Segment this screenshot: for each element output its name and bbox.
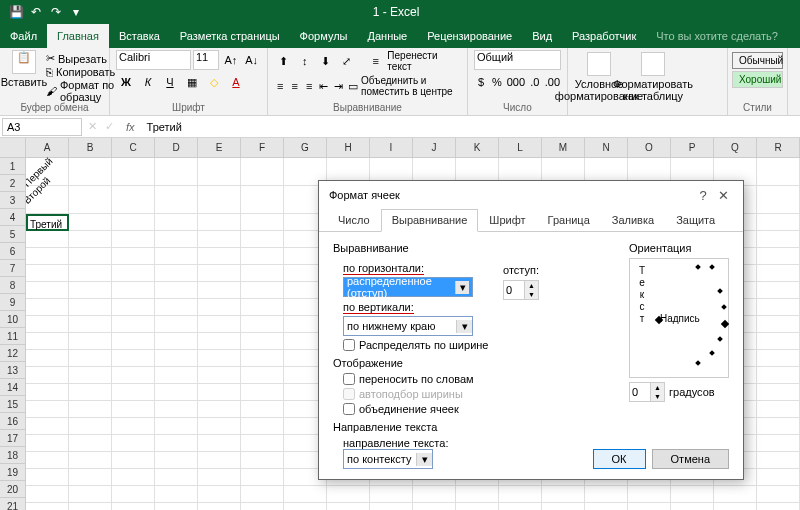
cell[interactable]	[112, 401, 155, 418]
cell[interactable]	[456, 503, 499, 510]
cell[interactable]	[198, 401, 241, 418]
cell[interactable]	[69, 384, 112, 401]
cell[interactable]	[26, 231, 69, 248]
col-header[interactable]: F	[241, 138, 284, 158]
cell[interactable]	[155, 384, 198, 401]
row-header[interactable]: 7	[0, 260, 26, 277]
cell[interactable]	[155, 503, 198, 510]
cell[interactable]	[284, 503, 327, 510]
cell[interactable]	[155, 435, 198, 452]
row-header[interactable]: 1	[0, 158, 26, 175]
cell[interactable]	[370, 486, 413, 503]
cell[interactable]	[241, 418, 284, 435]
align-left-icon[interactable]: ≡	[274, 77, 287, 95]
row-header[interactable]: 8	[0, 277, 26, 294]
cell[interactable]	[241, 401, 284, 418]
cell[interactable]	[69, 186, 112, 214]
tab-protection[interactable]: Защита	[665, 209, 726, 231]
cell[interactable]	[69, 469, 112, 486]
cell[interactable]	[241, 367, 284, 384]
cell[interactable]	[155, 316, 198, 333]
cell[interactable]	[155, 418, 198, 435]
indent-inc-icon[interactable]: ⇥	[332, 77, 345, 95]
copy-button[interactable]: ⎘Копировать	[46, 66, 115, 78]
tab-font[interactable]: Шрифт	[478, 209, 536, 231]
cell[interactable]	[413, 486, 456, 503]
percent-icon[interactable]: %	[490, 72, 504, 92]
cell[interactable]	[241, 452, 284, 469]
row-header[interactable]: 10	[0, 311, 26, 328]
cell[interactable]	[757, 452, 800, 469]
cell[interactable]	[198, 214, 241, 231]
tab-number[interactable]: Число	[327, 209, 381, 231]
font-name-select[interactable]: Calibri	[116, 50, 191, 70]
cell[interactable]	[112, 186, 155, 214]
cell[interactable]	[757, 350, 800, 367]
row-header[interactable]: 5	[0, 226, 26, 243]
cell[interactable]	[155, 214, 198, 231]
cell[interactable]	[69, 316, 112, 333]
cell[interactable]	[241, 265, 284, 282]
cell[interactable]	[69, 367, 112, 384]
cell[interactable]	[155, 158, 198, 186]
cell[interactable]	[241, 214, 284, 231]
row-header[interactable]: 6	[0, 243, 26, 260]
cell[interactable]	[198, 435, 241, 452]
select-all-corner[interactable]	[0, 138, 26, 158]
cell[interactable]	[585, 486, 628, 503]
cell[interactable]	[26, 333, 69, 350]
cell[interactable]	[112, 265, 155, 282]
cell[interactable]	[155, 469, 198, 486]
row-header[interactable]: 13	[0, 362, 26, 379]
cell[interactable]	[757, 469, 800, 486]
cell[interactable]	[198, 282, 241, 299]
cell[interactable]	[757, 333, 800, 350]
spin-up-icon[interactable]: ▲	[525, 281, 538, 290]
cell[interactable]	[26, 401, 69, 418]
cell[interactable]	[69, 231, 112, 248]
tab-formulas[interactable]: Формулы	[290, 24, 358, 48]
cell[interactable]	[241, 503, 284, 510]
style-normal[interactable]: Обычный	[732, 52, 783, 69]
cell[interactable]: Третий	[26, 214, 69, 231]
indent-spinner[interactable]: 0▲▼	[503, 280, 539, 300]
cell[interactable]	[671, 503, 714, 510]
cell[interactable]	[69, 158, 112, 186]
cell[interactable]	[628, 486, 671, 503]
indent-dec-icon[interactable]: ⇤	[318, 77, 331, 95]
align-top-icon[interactable]: ⬆	[274, 52, 293, 70]
cell[interactable]	[757, 503, 800, 510]
orientation-icon[interactable]: ⤢	[337, 52, 356, 70]
cell[interactable]	[241, 384, 284, 401]
col-header[interactable]: Q	[714, 138, 757, 158]
currency-icon[interactable]: $	[474, 72, 488, 92]
align-middle-icon[interactable]: ↕	[295, 52, 314, 70]
cell[interactable]	[26, 503, 69, 510]
cell[interactable]	[499, 503, 542, 510]
cell[interactable]	[112, 350, 155, 367]
cell[interactable]	[26, 435, 69, 452]
cell[interactable]	[284, 486, 327, 503]
vertical-select[interactable]: по нижнему краю▾	[343, 316, 473, 336]
cell[interactable]	[155, 486, 198, 503]
tab-file[interactable]: Файл	[0, 24, 47, 48]
col-header[interactable]: L	[499, 138, 542, 158]
cell[interactable]	[26, 282, 69, 299]
spin-up-icon[interactable]: ▲	[651, 383, 664, 392]
fx-icon[interactable]: fx	[118, 121, 143, 133]
cell[interactable]	[671, 486, 714, 503]
cell[interactable]	[69, 282, 112, 299]
cell[interactable]	[198, 469, 241, 486]
bold-button[interactable]: Ж	[116, 72, 136, 92]
cell[interactable]	[241, 486, 284, 503]
cell[interactable]	[198, 231, 241, 248]
enter-formula-icon[interactable]: ✓	[101, 120, 118, 133]
cell[interactable]	[542, 486, 585, 503]
redo-icon[interactable]: ↷	[48, 4, 64, 20]
cell[interactable]	[241, 248, 284, 265]
cell[interactable]	[757, 316, 800, 333]
cell[interactable]	[112, 214, 155, 231]
tab-view[interactable]: Вид	[522, 24, 562, 48]
cell[interactable]	[757, 299, 800, 316]
cell[interactable]	[155, 231, 198, 248]
